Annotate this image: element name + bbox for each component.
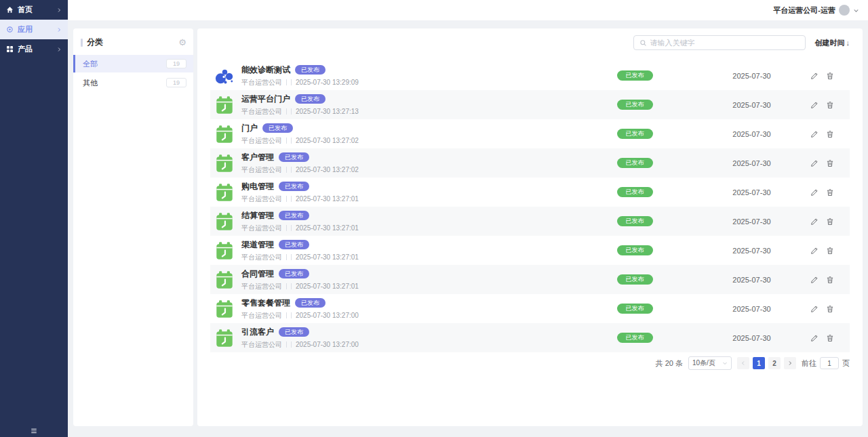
search-input[interactable] [650,39,800,47]
chevron-down-icon[interactable] [853,7,859,14]
divider [291,312,292,318]
app-title: 购电管理 [241,181,274,192]
app-date: 2025-07-30 [696,217,808,226]
list-item[interactable]: 合同管理 已发布 平台运营公司 2025-07-30 13:27:01 已发布 … [210,265,850,294]
page-button-2[interactable]: 2 [768,357,781,369]
divider [291,138,292,144]
app-publish-badge: 已发布 [279,327,309,337]
divider [286,312,287,318]
category-item-other[interactable]: 其他 19 [73,74,193,91]
edit-icon[interactable] [810,217,818,226]
delete-icon[interactable] [826,159,834,167]
edit-icon[interactable] [810,101,818,109]
sidebar-item-home[interactable]: 首页 [0,0,68,20]
page-size-select[interactable]: 10条/页 [688,356,732,370]
app-publish-badge: 已发布 [279,182,309,192]
edit-icon[interactable] [810,276,818,284]
app-info: 客户管理 已发布 平台运营公司 2025-07-30 13:27:02 [241,152,574,175]
list-item[interactable]: 结算管理 已发布 平台运营公司 2025-07-30 13:27:01 已发布 … [210,207,850,236]
status-badge: 已发布 [617,304,653,314]
delete-icon[interactable] [826,188,834,196]
delete-icon[interactable] [826,217,834,226]
app-company: 平台运营公司 [241,194,282,204]
accent-bar [81,39,83,47]
edit-icon[interactable] [810,188,818,196]
delete-icon[interactable] [826,130,834,138]
calendar-icon [214,241,235,261]
list-item[interactable]: 门户 已发布 平台运营公司 2025-07-30 13:27:02 已发布 20… [210,119,850,148]
sidebar-item-label: 产品 [18,44,33,54]
prev-page-button[interactable] [737,357,749,369]
divider [286,225,287,231]
delete-icon[interactable] [826,101,834,109]
delete-icon[interactable] [826,247,834,255]
app-company: 平台运营公司 [241,165,282,175]
divider [286,283,287,289]
row-actions [808,72,850,80]
page-size-value: 10条/页 [692,358,715,368]
sort-label: 创建时间 [815,38,845,48]
app-meta: 平台运营公司 2025-07-30 13:27:01 [241,253,574,262]
list-item[interactable]: 运营平台门户 已发布 平台运营公司 2025-07-30 13:27:13 已发… [210,90,850,119]
category-header: 分类 ⚙ [73,34,193,55]
app-publish-badge: 已发布 [295,94,326,104]
goto-page: 前往 页 [802,357,850,369]
divider [291,225,292,231]
sidebar-item-apps[interactable]: 应用 [0,20,68,39]
edit-icon[interactable] [810,247,818,255]
edit-icon[interactable] [810,72,818,80]
list-item[interactable]: 引流客户 已发布 平台运营公司 2025-07-30 13:27:00 已发布 … [210,323,850,352]
app-date: 2025-07-30 [696,159,808,167]
delete-icon[interactable] [826,305,834,313]
sidebar-collapse-button[interactable] [0,427,68,435]
next-page-button[interactable] [784,357,796,369]
sort-by-created-time[interactable]: 创建时间 ↓ [815,38,850,48]
list-item[interactable]: 客户管理 已发布 平台运营公司 2025-07-30 13:27:02 已发布 … [210,148,850,178]
divider [286,196,287,202]
app-title: 客户管理 [241,152,274,163]
sidebar-item-products[interactable]: 产品 [0,39,68,59]
app-publish-badge: 已发布 [279,152,309,163]
divider [286,254,287,260]
app-created-at: 2025-07-30 13:27:13 [296,108,359,115]
edit-icon[interactable] [810,159,818,167]
delete-icon[interactable] [826,276,834,284]
row-actions [808,334,850,342]
edit-icon[interactable] [810,305,818,313]
search-icon [639,39,647,47]
delete-icon[interactable] [826,334,834,342]
list-item[interactable]: 能效诊断测试 已发布 平台运营公司 2025-07-30 13:29:09 已发… [210,61,850,90]
sort-down-arrow-icon: ↓ [846,39,850,47]
divider [291,254,292,260]
app-date: 2025-07-30 [696,130,808,138]
row-actions [808,217,850,226]
avatar[interactable] [839,5,850,16]
edit-icon[interactable] [810,334,818,342]
search-box[interactable] [633,35,806,50]
gear-icon[interactable]: ⚙ [178,38,186,47]
goto-unit: 页 [842,358,850,369]
app-created-at: 2025-07-30 13:27:01 [296,253,359,261]
app-title: 渠道管理 [241,239,274,251]
calendar-icon [214,95,235,115]
category-item-all[interactable]: 全部 19 [73,55,193,72]
list-item[interactable]: 购电管理 已发布 平台运营公司 2025-07-30 13:27:01 已发布 … [210,178,850,207]
divider [291,167,292,173]
status-badge: 已发布 [617,158,653,169]
app-info: 结算管理 已发布 平台运营公司 2025-07-30 13:27:01 [241,210,574,233]
list-item[interactable]: 渠道管理 已发布 平台运营公司 2025-07-30 13:27:01 已发布 … [210,236,850,265]
app-date: 2025-07-30 [696,101,808,109]
delete-icon[interactable] [826,72,834,80]
app-created-at: 2025-07-30 13:27:01 [296,195,359,203]
goto-page-input[interactable] [820,357,839,369]
edit-icon[interactable] [810,130,818,138]
app-meta: 平台运营公司 2025-07-30 13:27:01 [241,194,574,204]
pager-buttons: 1 2 [737,357,796,369]
account-name: 平台运营公司-运营 [773,5,835,16]
list-item[interactable]: 零售套餐管理 已发布 平台运营公司 2025-07-30 13:27:00 已发… [210,294,850,323]
page-button-1[interactable]: 1 [753,357,765,369]
status-badge: 已发布 [617,274,653,285]
content-area: 分类 ⚙ 全部 19 其他 19 创建时间 ↓ [68,20,868,432]
category-count-badge: 19 [166,78,186,87]
app-info: 合同管理 已发布 平台运营公司 2025-07-30 13:27:01 [241,268,574,291]
